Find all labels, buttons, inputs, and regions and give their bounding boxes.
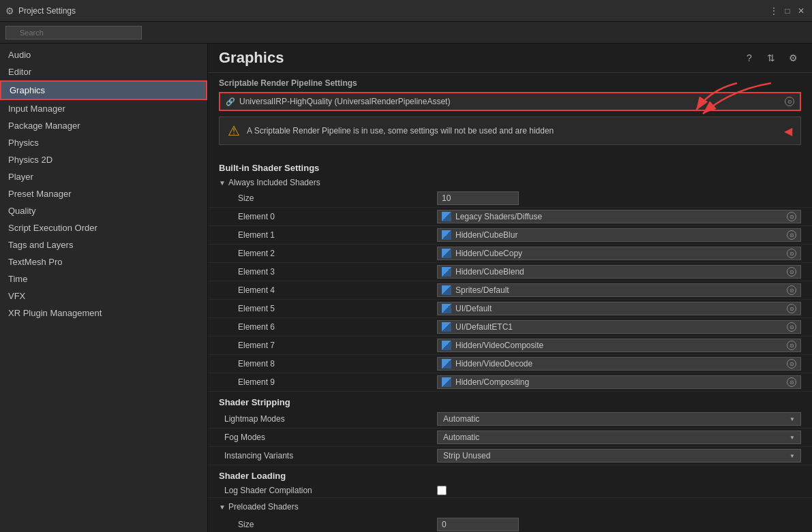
settings-button[interactable]: ⚙ (785, 50, 801, 66)
sidebar-item-quality[interactable]: Quality (0, 202, 207, 219)
element-7-field[interactable]: Hidden/VideoComposite ⊙ (437, 339, 801, 352)
collapse-arrow[interactable]: ◀ (784, 125, 792, 138)
element-4-row: Element 4 Sprites/Default ⊙ (208, 281, 812, 300)
element-0-circle-btn[interactable]: ⊙ (787, 212, 796, 221)
sidebar-item-textmesh-pro[interactable]: TextMesh Pro (0, 253, 207, 270)
element-5-circle-btn[interactable]: ⊙ (787, 304, 796, 313)
sidebar-item-time[interactable]: Time (0, 270, 207, 287)
sidebar-item-editor[interactable]: Editor (0, 63, 207, 80)
element-5-label: Element 5 (219, 304, 437, 313)
instancing-variants-label: Instancing Variants (219, 451, 437, 460)
sidebar-item-preset-manager[interactable]: Preset Manager (0, 185, 207, 202)
size-label: Size (219, 193, 437, 203)
sidebar-item-input-manager[interactable]: Input Manager (0, 100, 207, 117)
more-options-button[interactable]: ⋮ (768, 5, 779, 16)
shader-icon-9 (442, 377, 451, 387)
pipeline-circle-button[interactable]: ⊙ (785, 97, 794, 106)
always-included-shaders-label: Always Included Shaders (228, 178, 320, 187)
instancing-variants-dropdown[interactable]: Strip Unused ▼ (437, 449, 801, 463)
sidebar-item-xr-plugin-management[interactable]: XR Plugin Management (0, 304, 207, 322)
pipeline-field-text: UniversalIRP-HighQuality (UniversalRende… (239, 97, 785, 106)
fog-modes-value: Automatic (443, 433, 479, 442)
always-included-shaders-header[interactable]: ▼ Always Included Shaders (219, 176, 801, 189)
element-8-field[interactable]: Hidden/VideoDecode ⊙ (437, 357, 801, 371)
element-1-field[interactable]: Hidden/CubeBlur ⊙ (437, 228, 801, 242)
element-3-label: Element 3 (219, 267, 437, 277)
element-3-field[interactable]: Hidden/CubeBlend ⊙ (437, 265, 801, 279)
lightmap-modes-arrow: ▼ (790, 416, 795, 422)
sidebar-item-player[interactable]: Player (0, 168, 207, 185)
preloaded-shaders-arrow: ▼ (219, 503, 226, 511)
shader-icon-7 (442, 341, 451, 350)
sidebar: Audio Editor Graphics Input Manager Pack… (0, 44, 208, 532)
search-input[interactable] (5, 26, 142, 40)
shader-icon-2 (442, 249, 451, 258)
content-area: Graphics ? ⇅ ⚙ (208, 44, 812, 532)
element-6-row: Element 6 UI/DefaultETC1 ⊙ (208, 318, 812, 337)
element-7-circle-btn[interactable]: ⊙ (787, 341, 796, 350)
pipeline-field[interactable]: 🔗 UniversalIRP-HighQuality (UniversalRen… (219, 92, 801, 111)
sidebar-item-physics-2d[interactable]: Physics 2D (0, 151, 207, 168)
element-0-field[interactable]: Legacy Shaders/Diffuse ⊙ (437, 210, 801, 223)
title-bar-controls: ⋮ □ ✕ (768, 5, 807, 16)
element-3-row: Element 3 Hidden/CubeBlend ⊙ (208, 263, 812, 281)
element-8-circle-btn[interactable]: ⊙ (787, 359, 796, 369)
element-7-row: Element 7 Hidden/VideoComposite ⊙ (208, 337, 812, 355)
shader-icon-5 (442, 304, 451, 313)
element-4-circle-btn[interactable]: ⊙ (787, 285, 796, 295)
title-bar: ⚙ Project Settings ⋮ □ ✕ (0, 0, 812, 22)
preloaded-size-input[interactable] (437, 518, 519, 531)
fog-modes-label: Fog Modes (219, 433, 437, 442)
fog-modes-row: Fog Modes Automatic ▼ (208, 428, 812, 447)
sidebar-item-graphics[interactable]: Graphics (0, 80, 207, 100)
element-4-field[interactable]: Sprites/Default ⊙ (437, 283, 801, 297)
element-2-value: Hidden/CubeCopy (455, 249, 783, 258)
sidebar-item-script-execution-order[interactable]: Script Execution Order (0, 219, 207, 236)
element-6-field[interactable]: UI/DefaultETC1 ⊙ (437, 320, 801, 334)
lightmap-modes-dropdown[interactable]: Automatic ▼ (437, 412, 801, 426)
element-9-circle-btn[interactable]: ⊙ (787, 377, 796, 387)
shader-icon-0 (442, 212, 451, 221)
sidebar-item-vfx[interactable]: VFX (0, 287, 207, 304)
sidebar-item-physics[interactable]: Physics (0, 134, 207, 151)
preloaded-shaders-header[interactable]: ▼ Preloaded Shaders (219, 500, 801, 514)
log-shader-checkbox[interactable] (437, 486, 447, 495)
page-title: Graphics (219, 49, 741, 67)
instancing-variants-value: Strip Unused (443, 451, 490, 460)
element-4-label: Element 4 (219, 285, 437, 295)
log-shader-row: Log Shader Compilation (208, 484, 812, 498)
size-input[interactable] (437, 191, 519, 205)
size-row: Size (208, 189, 812, 208)
shader-icon-1 (442, 230, 451, 240)
layout-button[interactable]: ⇅ (763, 50, 779, 66)
element-1-label: Element 1 (219, 230, 437, 240)
preloaded-shaders-section: ▼ Preloaded Shaders (208, 498, 812, 516)
warning-box: ⚠ A Scriptable Render Pipeline is in use… (219, 116, 801, 145)
element-1-value: Hidden/CubeBlur (455, 230, 783, 240)
element-5-field[interactable]: UI/Default ⊙ (437, 302, 801, 315)
close-button[interactable]: ✕ (796, 5, 807, 16)
element-1-circle-btn[interactable]: ⊙ (787, 230, 796, 240)
srp-section: Scriptable Render Pipeline Settings 🔗 Un… (208, 73, 812, 157)
fog-modes-dropdown[interactable]: Automatic ▼ (437, 431, 801, 444)
sidebar-item-tags-and-layers[interactable]: Tags and Layers (0, 236, 207, 253)
element-6-circle-btn[interactable]: ⊙ (787, 322, 796, 332)
shader-icon-6 (442, 322, 451, 332)
element-8-row: Element 8 Hidden/VideoDecode ⊙ (208, 355, 812, 373)
sidebar-item-package-manager[interactable]: Package Manager (0, 117, 207, 134)
element-7-value: Hidden/VideoComposite (455, 341, 783, 350)
warning-icon: ⚠ (228, 123, 240, 139)
element-0-value: Legacy Shaders/Diffuse (455, 212, 783, 221)
sidebar-item-audio[interactable]: Audio (0, 46, 207, 63)
element-9-value: Hidden/Compositing (455, 377, 783, 387)
element-3-circle-btn[interactable]: ⊙ (787, 267, 796, 277)
element-8-label: Element 8 (219, 359, 437, 369)
maximize-button[interactable]: □ (782, 5, 793, 16)
element-9-label: Element 9 (219, 377, 437, 387)
element-9-field[interactable]: Hidden/Compositing ⊙ (437, 375, 801, 389)
help-button[interactable]: ? (741, 50, 757, 66)
element-2-circle-btn[interactable]: ⊙ (787, 249, 796, 258)
element-8-value: Hidden/VideoDecode (455, 359, 783, 369)
element-2-field[interactable]: Hidden/CubeCopy ⊙ (437, 247, 801, 260)
fog-modes-arrow: ▼ (790, 435, 795, 441)
